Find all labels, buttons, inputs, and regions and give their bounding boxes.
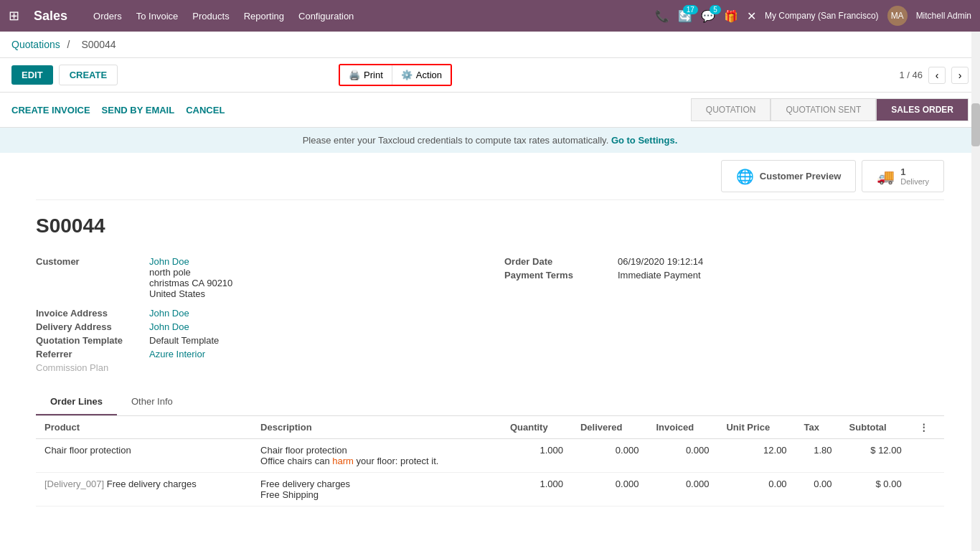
right-fields: Order Date 06/19/2020 19:12:14 Payment T… [504, 255, 944, 375]
user-name: Mitchell Admin [916, 11, 971, 21]
row1-quantity: 1.000 [501, 439, 572, 473]
next-record-button[interactable]: › [951, 67, 969, 84]
messages-icon[interactable]: 💬 5 [701, 9, 715, 23]
gift-icon[interactable]: 🎁 [724, 9, 738, 23]
activity-icon[interactable]: 🔄 17 [678, 9, 692, 23]
company-name: My Company (San Francisco) [765, 11, 879, 21]
delivery-label: Delivery [900, 177, 929, 186]
payment-terms-value: Immediate Payment [618, 270, 701, 281]
referrer-field: Referrer Azure Interior [36, 347, 476, 361]
action-button[interactable]: ⚙️ Action [392, 65, 451, 85]
col-delivered: Delivered [572, 416, 647, 439]
row1-actions[interactable] [910, 439, 944, 473]
invoice-address-value: John Doe [149, 308, 189, 319]
delivery-button[interactable]: 🚚 1 Delivery [862, 160, 944, 192]
order-tabs: Order Lines Other Info [36, 389, 944, 416]
nav-to-invoice[interactable]: To Invoice [136, 11, 179, 22]
tab-other-info[interactable]: Other Info [117, 389, 187, 415]
address-line-1: north pole [149, 267, 232, 278]
nav-links: Orders To Invoice Products Reporting Con… [93, 11, 644, 22]
row1-product[interactable]: Chair floor protection [36, 439, 252, 473]
left-fields: Customer John Doe north pole christmas C… [36, 255, 476, 375]
nav-reporting[interactable]: Reporting [244, 11, 284, 22]
quotation-template-value: Default Template [149, 335, 219, 346]
row1-delivered: 0.000 [572, 439, 647, 473]
row2-unit-price: 0.00 [717, 473, 795, 507]
nav-orders[interactable]: Orders [93, 11, 122, 22]
step-quotation[interactable]: QUOTATION [691, 98, 771, 121]
row1-unit-price: 12.00 [717, 439, 795, 473]
main-content: 🌐 Customer Preview 🚚 1 Delivery S00044 [0, 153, 980, 521]
col-quantity: Quantity [501, 416, 572, 439]
order-date-value: 06/19/2020 19:12:14 [618, 256, 703, 267]
step-quotation-sent[interactable]: QUOTATION SENT [771, 98, 876, 121]
row2-delivered: 0.000 [572, 473, 647, 507]
col-product: Product [36, 416, 252, 439]
customer-field: Customer John Doe north pole christmas C… [36, 255, 476, 301]
scrollbar-thumb[interactable] [971, 103, 980, 146]
avatar[interactable]: MA [887, 6, 908, 26]
row2-product-code: [Delivery_007] [44, 479, 107, 489]
breadcrumb-separator: / [67, 39, 70, 50]
scrollbar-track[interactable] [971, 32, 980, 551]
commission-plan-label: Commission Plan [36, 362, 143, 373]
harm-text: harm [332, 456, 354, 466]
record-nav: 1 / 46 ‹ › [899, 67, 969, 84]
content-area: Quotations / S00044 EDIT CREATE 🖨️ Print… [0, 32, 980, 551]
tab-order-lines[interactable]: Order Lines [36, 389, 117, 415]
phone-icon[interactable]: 📞 [655, 9, 669, 23]
create-invoice-button[interactable]: CREATE INVOICE [11, 105, 90, 116]
cancel-button[interactable]: CANCEL [186, 105, 225, 116]
delivery-address-label: Delivery Address [36, 321, 143, 332]
create-button[interactable]: CREATE [59, 65, 118, 85]
customer-value: John Doe north pole christmas CA 90210 U… [149, 256, 232, 299]
customer-preview-label: Customer Preview [760, 171, 841, 182]
customer-preview-button[interactable]: 🌐 Customer Preview [721, 160, 856, 192]
smart-buttons: 🌐 Customer Preview 🚚 1 Delivery [36, 153, 944, 200]
nav-configuration[interactable]: Configuration [298, 11, 354, 22]
close-icon[interactable]: ✕ [747, 9, 756, 23]
globe-icon: 🌐 [736, 168, 754, 185]
app-grid-icon[interactable]: ⊞ [9, 8, 19, 24]
print-button[interactable]: 🖨️ Print [340, 65, 392, 85]
col-description: Description [252, 416, 501, 439]
nav-products[interactable]: Products [192, 11, 229, 22]
invoice-address-field: Invoice Address John Doe [36, 306, 476, 320]
quotation-template-field: Quotation Template Default Template [36, 334, 476, 347]
breadcrumb-parent[interactable]: Quotations [11, 39, 60, 50]
info-banner-link[interactable]: Go to Settings. [611, 135, 677, 146]
delivery-address-field: Delivery Address John Doe [36, 320, 476, 334]
row1-desc-line1: Chair floor protection [260, 445, 493, 456]
address-line-3: United States [149, 288, 232, 299]
col-actions: ⋮ [910, 416, 944, 439]
order-date-field: Order Date 06/19/2020 19:12:14 [504, 255, 944, 268]
prev-record-button[interactable]: ‹ [928, 67, 946, 84]
info-banner-text: Please enter your Taxcloud credentials t… [303, 135, 609, 146]
table-row: Chair floor protection Chair floor prote… [36, 439, 944, 473]
gear-icon: ⚙️ [401, 70, 413, 80]
send-by-email-button[interactable]: SEND BY EMAIL [102, 105, 175, 116]
edit-button[interactable]: EDIT [11, 65, 53, 85]
delivery-address[interactable]: John Doe [149, 321, 189, 332]
referrer-label: Referrer [36, 349, 143, 359]
nav-right: 📞 🔄 17 💬 5 🎁 ✕ My Company (San Francisco… [655, 6, 971, 26]
invoice-address[interactable]: John Doe [149, 308, 189, 319]
order-lines-table: Product Description Quantity Delivered I… [36, 416, 944, 507]
customer-name[interactable]: John Doe [149, 256, 189, 267]
row1-tax: 1.80 [796, 439, 841, 473]
row1-desc-line2: Office chairs can harm your floor: prote… [260, 456, 493, 466]
referrer[interactable]: Azure Interior [149, 349, 205, 359]
row2-quantity: 1.000 [501, 473, 572, 507]
step-sales-order[interactable]: SALES ORDER [876, 98, 969, 121]
row2-actions[interactable] [910, 473, 944, 507]
app-name[interactable]: Sales [34, 9, 67, 24]
row2-subtotal: $ 0.00 [841, 473, 910, 507]
status-bar: CREATE INVOICE SEND BY EMAIL CANCEL QUOT… [0, 93, 980, 128]
payment-terms-label: Payment Terms [504, 270, 612, 281]
row2-tax: 0.00 [796, 473, 841, 507]
col-subtotal: Subtotal [841, 416, 910, 439]
order-form: S00044 Customer John Doe north pole chri… [36, 200, 944, 521]
row2-product[interactable]: [Delivery_007] Free delivery charges [36, 473, 252, 507]
row2-description: Free delivery charges Free Shipping [252, 473, 501, 507]
print-action-group: 🖨️ Print ⚙️ Action [339, 64, 452, 86]
